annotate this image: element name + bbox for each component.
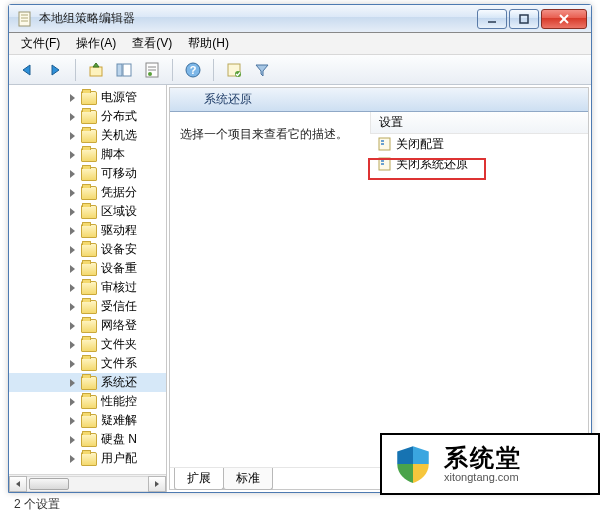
expand-icon[interactable]: [67, 415, 79, 427]
setting-item[interactable]: 关闭系统还原: [372, 154, 588, 174]
tree-node[interactable]: 区域设: [9, 202, 166, 221]
tree-node[interactable]: 设备重: [9, 259, 166, 278]
expand-icon[interactable]: [67, 111, 79, 123]
expand-icon[interactable]: [67, 453, 79, 465]
toolbar: ?: [9, 55, 591, 85]
folder-icon: [81, 262, 97, 276]
menu-action[interactable]: 操作(A): [68, 33, 124, 54]
expand-icon[interactable]: [67, 206, 79, 218]
app-icon: [17, 11, 33, 27]
expand-icon[interactable]: [67, 339, 79, 351]
expand-icon[interactable]: [67, 301, 79, 313]
setting-label: 关闭配置: [396, 136, 444, 153]
tree-node[interactable]: 文件夹: [9, 335, 166, 354]
right-title: 系统还原: [204, 91, 252, 108]
maximize-button[interactable]: [509, 9, 539, 29]
expand-icon[interactable]: [67, 396, 79, 408]
tree-node[interactable]: 凭据分: [9, 183, 166, 202]
properties-button[interactable]: [140, 58, 164, 82]
tree-node[interactable]: 文件系: [9, 354, 166, 373]
app-window: 本地组策略编辑器 文件(F) 操作(A) 查看(V) 帮助(H) ? 电源管分布…: [8, 4, 592, 493]
folder-icon: [81, 376, 97, 390]
expand-icon[interactable]: [67, 244, 79, 256]
tab-standard[interactable]: 标准: [223, 468, 273, 490]
scroll-right-button[interactable]: [148, 476, 166, 492]
description-text: 选择一个项目来查看它的描述。: [180, 126, 348, 143]
tree-node[interactable]: 系统还: [9, 373, 166, 392]
filter-button[interactable]: [250, 58, 274, 82]
right-header: 系统还原: [170, 88, 588, 112]
folder-icon: [81, 452, 97, 466]
tree[interactable]: 电源管分布式关机选脚本可移动凭据分区域设驱动程设备安设备重审核过受信任网络登文件…: [9, 85, 166, 474]
svg-rect-19: [379, 138, 390, 150]
expand-icon[interactable]: [67, 282, 79, 294]
menu-help[interactable]: 帮助(H): [180, 33, 237, 54]
tree-node[interactable]: 硬盘 N: [9, 430, 166, 449]
svg-rect-22: [379, 158, 390, 170]
tree-hscrollbar[interactable]: [9, 474, 166, 492]
folder-icon: [81, 319, 97, 333]
tab-extended[interactable]: 扩展: [174, 468, 224, 490]
menu-file[interactable]: 文件(F): [13, 33, 68, 54]
expand-icon[interactable]: [67, 434, 79, 446]
tree-node[interactable]: 关机选: [9, 126, 166, 145]
tree-node-label: 关机选: [101, 127, 137, 144]
scroll-left-button[interactable]: [9, 476, 27, 492]
folder-icon: [81, 300, 97, 314]
tree-node[interactable]: 网络登: [9, 316, 166, 335]
tree-node[interactable]: 审核过: [9, 278, 166, 297]
tree-node-label: 文件夹: [101, 336, 137, 353]
tree-node-label: 分布式: [101, 108, 137, 125]
expand-icon[interactable]: [67, 187, 79, 199]
expand-icon[interactable]: [67, 168, 79, 180]
tree-node[interactable]: 脚本: [9, 145, 166, 164]
folder-icon: [81, 148, 97, 162]
folder-icon: [81, 186, 97, 200]
back-button[interactable]: [15, 58, 39, 82]
tree-node[interactable]: 电源管: [9, 88, 166, 107]
tree-node[interactable]: 设备安: [9, 240, 166, 259]
scroll-track[interactable]: [27, 476, 148, 492]
settings-column-header[interactable]: 设置: [370, 112, 588, 134]
expand-icon[interactable]: [67, 149, 79, 161]
tree-node[interactable]: 受信任: [9, 297, 166, 316]
up-button[interactable]: [84, 58, 108, 82]
shield-icon: [392, 443, 434, 485]
expand-icon[interactable]: [67, 225, 79, 237]
tree-node[interactable]: 分布式: [9, 107, 166, 126]
folder-icon: [81, 243, 97, 257]
svg-text:?: ?: [190, 64, 197, 76]
tree-node[interactable]: 用户配: [9, 449, 166, 468]
help-button[interactable]: ?: [181, 58, 205, 82]
tree-node-label: 可移动: [101, 165, 137, 182]
svg-rect-5: [520, 15, 528, 23]
tree-node-label: 用户配: [101, 450, 137, 467]
menu-view[interactable]: 查看(V): [124, 33, 180, 54]
tree-node-label: 审核过: [101, 279, 137, 296]
expand-icon[interactable]: [67, 263, 79, 275]
status-bar: 2 个设置: [8, 495, 592, 513]
tree-pane: 电源管分布式关机选脚本可移动凭据分区域设驱动程设备安设备重审核过受信任网络登文件…: [9, 85, 167, 492]
svg-rect-24: [381, 163, 384, 165]
expand-icon[interactable]: [67, 92, 79, 104]
scroll-thumb[interactable]: [29, 478, 69, 490]
tree-node[interactable]: 性能控: [9, 392, 166, 411]
close-button[interactable]: [541, 9, 587, 29]
expand-icon[interactable]: [67, 358, 79, 370]
forward-button[interactable]: [43, 58, 67, 82]
show-hide-tree-button[interactable]: [112, 58, 136, 82]
expand-icon[interactable]: [67, 130, 79, 142]
setting-item[interactable]: 关闭配置: [372, 134, 588, 154]
tree-node-label: 凭据分: [101, 184, 137, 201]
tree-node[interactable]: 可移动: [9, 164, 166, 183]
tree-node[interactable]: 疑难解: [9, 411, 166, 430]
minimize-button[interactable]: [477, 9, 507, 29]
tree-node[interactable]: 驱动程: [9, 221, 166, 240]
svg-rect-10: [123, 64, 131, 76]
policy-button[interactable]: [222, 58, 246, 82]
expand-icon[interactable]: [67, 377, 79, 389]
expand-icon[interactable]: [67, 320, 79, 332]
tree-node-label: 驱动程: [101, 222, 137, 239]
tree-node-label: 文件系: [101, 355, 137, 372]
titlebar: 本地组策略编辑器: [9, 5, 591, 33]
